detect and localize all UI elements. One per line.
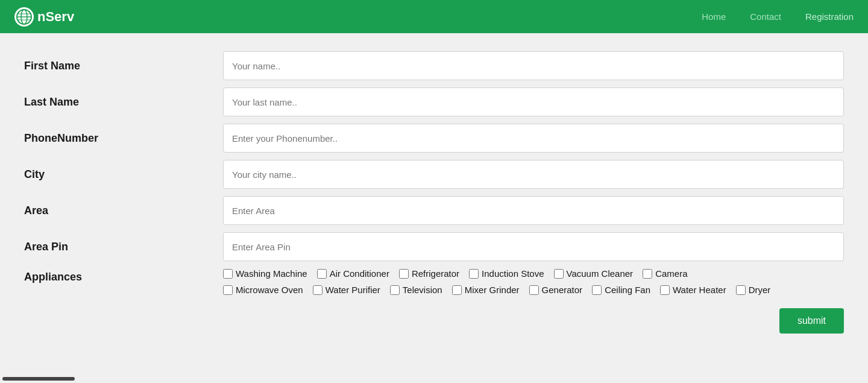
globe-icon xyxy=(14,7,34,27)
checkbox-dryer[interactable]: Dryer xyxy=(736,285,771,295)
first-name-input[interactable] xyxy=(223,51,844,80)
checkbox-camera-input[interactable] xyxy=(643,269,652,279)
submit-row: submit xyxy=(24,308,844,334)
checkbox-mixer-grinder[interactable]: Mixer Grinder xyxy=(452,285,520,295)
checkbox-generator-input[interactable] xyxy=(529,285,539,295)
checkbox-induction-stove-input[interactable] xyxy=(469,269,479,279)
last-name-input[interactable] xyxy=(223,87,844,116)
checkbox-vacuum-cleaner-input[interactable] xyxy=(554,269,564,279)
checkbox-water-heater-input[interactable] xyxy=(660,285,670,295)
last-name-row: Last Name xyxy=(24,87,844,116)
first-name-row: First Name xyxy=(24,51,844,80)
registration-form: First Name Last Name PhoneNumber City Ar… xyxy=(0,33,868,352)
checkbox-vacuum-cleaner[interactable]: Vacuum Cleaner xyxy=(554,268,634,279)
navbar: nServ Home Contact Registration xyxy=(0,0,868,33)
checkbox-washing-machine[interactable]: Washing Machine xyxy=(223,268,307,279)
checkbox-microwave-oven-input[interactable] xyxy=(223,285,233,295)
nav-home[interactable]: Home xyxy=(702,11,726,22)
area-input[interactable] xyxy=(223,196,844,225)
area-pin-row: Area Pin xyxy=(24,232,844,261)
nav-registration[interactable]: Registration xyxy=(805,11,854,22)
city-row: City xyxy=(24,160,844,189)
appliances-line-2: Microwave Oven Water Purifier Television… xyxy=(223,285,844,295)
brand-logo: nServ xyxy=(14,7,74,27)
area-row: Area xyxy=(24,196,844,225)
checkbox-dryer-input[interactable] xyxy=(736,285,746,295)
submit-button[interactable]: submit xyxy=(779,308,844,334)
city-input[interactable] xyxy=(223,160,844,189)
checkbox-air-conditioner[interactable]: Air Conditioner xyxy=(317,268,389,279)
last-name-label: Last Name xyxy=(24,96,223,109)
appliances-row: Appliances Washing Machine Air Condition… xyxy=(24,268,844,301)
first-name-label: First Name xyxy=(24,60,223,72)
area-label: Area xyxy=(24,204,223,217)
checkbox-water-purifier-input[interactable] xyxy=(313,285,322,295)
phone-input[interactable] xyxy=(223,124,844,153)
checkbox-television-input[interactable] xyxy=(390,285,400,295)
checkbox-refrigerator[interactable]: Refrigerator xyxy=(399,268,459,279)
checkbox-television[interactable]: Television xyxy=(390,285,442,295)
area-pin-label: Area Pin xyxy=(24,241,223,253)
area-pin-input[interactable] xyxy=(223,232,844,261)
checkbox-water-purifier[interactable]: Water Purifier xyxy=(313,285,380,295)
phone-row: PhoneNumber xyxy=(24,124,844,153)
brand-name: nServ xyxy=(37,9,74,25)
appliances-checks: Washing Machine Air Conditioner Refriger… xyxy=(223,268,844,301)
footer-bar xyxy=(2,377,75,381)
checkbox-camera[interactable]: Camera xyxy=(643,268,687,279)
checkbox-induction-stove[interactable]: Induction Stove xyxy=(469,268,544,279)
nav-links: Home Contact Registration xyxy=(702,11,854,22)
checkbox-generator[interactable]: Generator xyxy=(529,285,583,295)
checkbox-ceiling-fan-input[interactable] xyxy=(592,285,602,295)
checkbox-water-heater[interactable]: Water Heater xyxy=(660,285,726,295)
checkbox-mixer-grinder-input[interactable] xyxy=(452,285,462,295)
checkbox-washing-machine-input[interactable] xyxy=(223,269,233,279)
checkbox-air-conditioner-input[interactable] xyxy=(317,269,327,279)
checkbox-refrigerator-input[interactable] xyxy=(399,269,409,279)
city-label: City xyxy=(24,168,223,181)
appliances-line-1: Washing Machine Air Conditioner Refriger… xyxy=(223,268,844,279)
nav-contact[interactable]: Contact xyxy=(750,11,781,22)
appliances-label: Appliances xyxy=(24,268,223,283)
checkbox-microwave-oven[interactable]: Microwave Oven xyxy=(223,285,303,295)
checkbox-ceiling-fan[interactable]: Ceiling Fan xyxy=(592,285,650,295)
phone-label: PhoneNumber xyxy=(24,132,223,145)
